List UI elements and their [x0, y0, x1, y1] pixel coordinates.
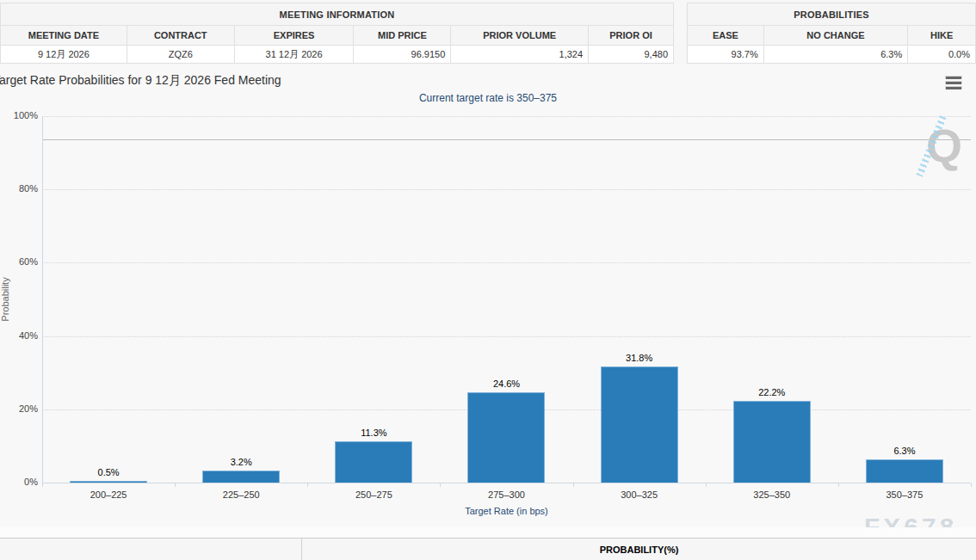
x-axis-tick: [706, 483, 707, 487]
bar-275-300[interactable]: [467, 392, 545, 483]
bar-column-225-250: 3.2%: [175, 116, 307, 483]
bar-column-325-350: 22.2%: [706, 116, 838, 483]
col-header-expires: EXPIRES: [234, 26, 354, 46]
bar-325-350[interactable]: [733, 401, 811, 483]
probability-table-corner-cell: [0, 538, 302, 560]
x-axis-tick: [175, 483, 176, 487]
x-axis-labels: 200–225 225–250 250–275 275–300 300–325 …: [42, 489, 971, 500]
meeting-information-value-row: 9 12月 2026 ZQZ6 31 12月 2026 96.9150 1,32…: [1, 46, 674, 64]
section-gap: [0, 527, 976, 538]
x-tick-label: 200–225: [42, 489, 175, 500]
bar-column-350-375: 6.3%: [838, 116, 971, 483]
bar-column-275-300: 24.6%: [440, 116, 572, 483]
data-label: 31.8%: [626, 353, 652, 363]
x-tick-label: 275–300: [440, 489, 572, 500]
x-tick-label: 250–275: [307, 489, 440, 500]
col-header-meeting-date: MEETING DATE: [1, 26, 127, 46]
prior-volume-value: 1,324: [451, 46, 589, 64]
hamburger-bar: [945, 81, 962, 84]
x-axis-title: Target Rate (in bps): [42, 506, 971, 516]
meeting-information-section-title: MEETING INFORMATION: [1, 3, 674, 26]
target-rate-chart: Target Rate Probabilities for 9 12月 2026…: [0, 65, 976, 529]
meeting-information-table: MEETING INFORMATION MEETING DATE CONTRAC…: [0, 3, 674, 64]
chart-subtitle: Current target rate is 350–375: [0, 92, 976, 104]
mid-price-value: 96.9150: [354, 46, 451, 64]
col-header-no-change: NO CHANGE: [763, 26, 907, 46]
bar-250-275[interactable]: [335, 441, 412, 483]
no-change-value: 6.3%: [763, 46, 907, 64]
x-axis-tick: [42, 483, 43, 487]
col-header-ease: EASE: [688, 26, 764, 46]
probabilities-section-title: PROBABILITIES: [688, 3, 976, 26]
probabilities-header-row: EASE NO CHANGE HIKE: [688, 26, 976, 46]
probabilities-value-row: 93.7% 6.3% 0.0%: [688, 46, 976, 64]
fedwatch-page: MEETING INFORMATION MEETING DATE CONTRAC…: [0, 0, 976, 560]
data-label: 0.5%: [98, 467, 120, 477]
probability-header-cell: PROBABILITY(%): [302, 538, 976, 560]
bar-300-325[interactable]: [601, 366, 678, 483]
x-axis-tick: [307, 483, 308, 487]
col-header-prior-volume: PRIOR VOLUME: [451, 26, 589, 46]
ease-value: 93.7%: [688, 46, 764, 64]
bar-350-375[interactable]: [866, 459, 943, 483]
data-label: 3.2%: [231, 457, 252, 467]
probabilities-table: PROBABILITIES EASE NO CHANGE HIKE 93.7% …: [687, 3, 976, 64]
hamburger-bar: [945, 86, 962, 89]
x-tick-label: 300–325: [573, 489, 706, 500]
meeting-information-header-row: MEETING DATE CONTRACT EXPIRES MID PRICE …: [1, 26, 674, 46]
hamburger-menu-icon[interactable]: [945, 76, 962, 89]
bar-column-300-325: 31.8%: [573, 116, 706, 483]
data-label: 22.2%: [758, 387, 785, 397]
probability-table-header: PROBABILITY(%): [0, 538, 976, 560]
data-label: 6.3%: [893, 446, 915, 456]
x-tick-label: 325–350: [706, 489, 838, 500]
x-tick-label: 225–250: [175, 489, 307, 500]
y-axis-title: Probability: [0, 116, 12, 483]
x-axis-ticks: [42, 483, 971, 487]
data-label: 24.6%: [493, 378, 520, 389]
meeting-date-value: 9 12月 2026: [1, 46, 127, 64]
col-header-prior-oi: PRIOR OI: [589, 26, 674, 46]
x-axis-tick: [971, 483, 972, 487]
hamburger-bar: [945, 76, 962, 79]
hike-value: 0.0%: [908, 46, 976, 64]
bar-column-200-225: 0.5%: [42, 116, 175, 483]
expires-value: 31 12月 2026: [234, 46, 354, 64]
bar-column-250-275: 11.3%: [307, 116, 440, 483]
prior-oi-value: 9,480: [589, 46, 674, 64]
data-label: 11.3%: [361, 428, 386, 438]
x-axis-tick: [573, 483, 574, 487]
contract-value: ZQZ6: [127, 46, 234, 64]
bar-series: 0.5% 3.2% 11.3% 24.6% 31.8% 22.2%: [42, 116, 971, 483]
chart-title: Target Rate Probabilities for 9 12月 2026…: [0, 73, 281, 89]
x-axis-tick: [838, 483, 839, 487]
bar-225-250[interactable]: [202, 471, 280, 483]
col-header-hike: HIKE: [908, 26, 976, 46]
col-header-mid-price: MID PRICE: [354, 26, 451, 46]
x-axis-tick: [440, 483, 441, 487]
x-tick-label: 350–375: [838, 489, 971, 500]
col-header-contract: CONTRACT: [127, 26, 234, 46]
